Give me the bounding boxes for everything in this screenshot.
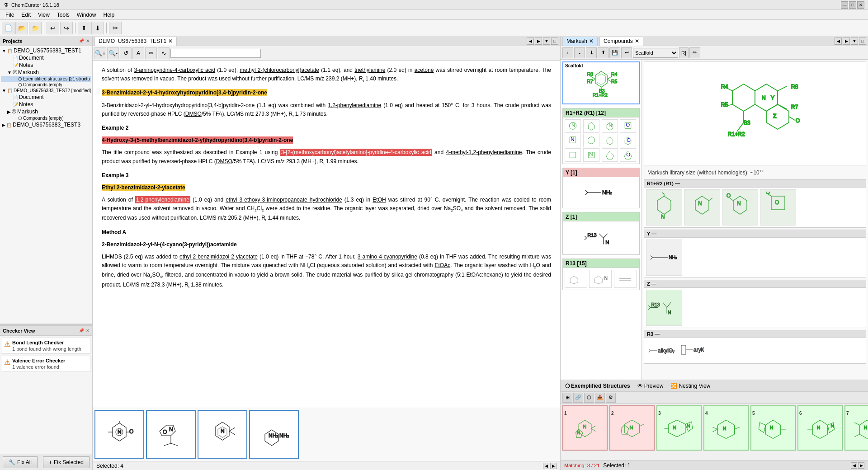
settings-exemplified-btn[interactable]: ⚙ bbox=[606, 393, 616, 403]
exemplified-mol-5[interactable]: 5 N bbox=[750, 405, 796, 451]
markush-tab-close[interactable]: ✕ bbox=[589, 38, 594, 44]
down-arrow-btn[interactable]: ⬇ bbox=[586, 47, 597, 58]
mol-thumb-2[interactable]: N O bbox=[146, 410, 196, 459]
exemplified-tab[interactable]: ⬡ Exemplified Structures bbox=[563, 382, 632, 390]
settings-button[interactable]: ✂ bbox=[109, 22, 122, 34]
checker-pin[interactable]: 📌 bbox=[79, 328, 84, 333]
select-button[interactable]: A bbox=[132, 47, 144, 59]
compounds-tab-close[interactable]: ✕ bbox=[635, 38, 639, 44]
rgroup-mol-item[interactable]: O bbox=[620, 134, 636, 147]
edit-markush-btn[interactable]: ✏ bbox=[689, 47, 700, 58]
doc-nav-left[interactable]: ◀ bbox=[527, 38, 534, 45]
doc-nav-down[interactable]: ▼ bbox=[543, 38, 550, 45]
projects-close[interactable]: ✕ bbox=[86, 38, 90, 43]
exemplified-mol-2[interactable]: 2 N bbox=[609, 405, 655, 451]
tree-item-doc1[interactable]: 📄 Document bbox=[1, 54, 91, 61]
scaffold-select[interactable]: Scaffold bbox=[633, 48, 678, 58]
export-button[interactable]: ⬆ bbox=[78, 22, 90, 34]
y-right-mol[interactable]: NH₂ bbox=[646, 240, 682, 276]
match-btn[interactable]: 🔗 bbox=[573, 393, 583, 403]
new-button[interactable]: 📄 bbox=[2, 22, 14, 34]
zoom-in-btn[interactable]: + bbox=[562, 47, 573, 58]
markush-tab[interactable]: Markush ✕ bbox=[562, 37, 598, 46]
maximize-button[interactable]: □ bbox=[849, 1, 856, 9]
doc-search-input[interactable] bbox=[170, 49, 261, 58]
rgroup-mol-item[interactable]: N bbox=[602, 119, 618, 133]
doc-nav-maximize[interactable]: □ bbox=[551, 38, 558, 45]
title-bar-controls[interactable]: — □ ✕ bbox=[841, 1, 864, 9]
nesting-tab[interactable]: 🔀 Nesting View bbox=[669, 382, 712, 390]
r1r2-mol-4[interactable]: O O bbox=[760, 189, 796, 226]
checker-item-valence[interactable]: ⚠ Valence Error Checker 1 valence error … bbox=[2, 356, 90, 372]
open-folder-button[interactable]: 📁 bbox=[29, 22, 42, 34]
rgroup-mol-item[interactable] bbox=[583, 134, 599, 147]
exemplified-mol-1[interactable]: 1 N N bbox=[562, 405, 608, 451]
rgroup-mol-item[interactable]: N bbox=[565, 119, 581, 133]
projects-tree[interactable]: ▼ 📋 DEMO_US6756383_TEST1 📄 Document 📝 No… bbox=[0, 46, 92, 324]
exemplified-mol-4[interactable]: 4 N bbox=[703, 405, 749, 451]
r-group-btn[interactable]: R| bbox=[679, 47, 689, 58]
preview-tab[interactable]: 👁 Preview bbox=[636, 382, 665, 390]
right-nav-down[interactable]: ▼ bbox=[851, 38, 858, 45]
script-button[interactable]: ∿ bbox=[158, 47, 170, 59]
redo-button[interactable]: ↪ bbox=[60, 22, 73, 34]
structure-btn[interactable]: ⬡ bbox=[584, 393, 594, 403]
rgroup-mol-item[interactable]: N bbox=[589, 270, 612, 288]
exemplified-mol-6[interactable]: 6 N N bbox=[797, 405, 843, 451]
rgroup-mol-item[interactable] bbox=[602, 134, 618, 147]
checker-close[interactable]: ✕ bbox=[86, 328, 90, 333]
rgroup-mol-item[interactable] bbox=[565, 148, 581, 162]
r1r2-mol-3[interactable]: O N bbox=[722, 189, 758, 226]
tree-item-demo2[interactable]: ▼ 📋 DEMO_US6756383_TEST2 [modified] bbox=[1, 88, 91, 94]
right-nav-right[interactable]: ▶ bbox=[843, 38, 850, 45]
menu-view[interactable]: View bbox=[34, 11, 53, 19]
zoom-out-button[interactable]: 🔍- bbox=[107, 47, 119, 59]
export2-button[interactable]: ⬇ bbox=[91, 22, 104, 34]
up-arrow-btn[interactable]: ⬆ bbox=[598, 47, 609, 58]
checker-item-bond[interactable]: ⚠ Bond Length Checker 1 bond found with … bbox=[2, 338, 90, 354]
compounds-tab[interactable]: Compounds ✕ bbox=[599, 37, 643, 46]
undo-btn[interactable]: ↩ bbox=[621, 47, 632, 58]
tree-item-demo3[interactable]: ▶ 📋 DEMO_US6756383_TEST3 bbox=[1, 121, 91, 128]
menu-help[interactable]: Help bbox=[100, 11, 118, 19]
close-button[interactable]: ✕ bbox=[857, 1, 864, 9]
tree-item-markush2[interactable]: ▶ Ⓜ Markush bbox=[1, 108, 91, 115]
zoom-out-btn[interactable]: - bbox=[574, 47, 585, 58]
r1r2-mol-1[interactable]: N bbox=[646, 189, 682, 226]
ex-scroll-left[interactable]: ◀ bbox=[851, 462, 857, 469]
exemplified-mol-3[interactable]: 3 N N bbox=[656, 405, 702, 451]
export-exemplified-btn[interactable]: 📤 bbox=[595, 393, 605, 403]
mol-thumb-4[interactable]: NH₂ NH₂ bbox=[249, 410, 299, 459]
zoom-in-button[interactable]: 🔍+ bbox=[94, 47, 106, 59]
tree-item-markush1[interactable]: ▼ Ⓜ Markush bbox=[1, 69, 91, 76]
minimize-button[interactable]: — bbox=[841, 1, 848, 9]
menu-tools[interactable]: Tools bbox=[53, 11, 73, 19]
doc-nav-right[interactable]: ▶ bbox=[535, 38, 542, 45]
refresh-button[interactable]: ↺ bbox=[120, 47, 132, 59]
menu-window[interactable]: Window bbox=[73, 11, 100, 19]
r1r2-mol-2[interactable]: N bbox=[684, 189, 720, 226]
rgroup-mol-item[interactable]: N bbox=[565, 134, 581, 147]
rgroup-mol-item[interactable] bbox=[602, 148, 618, 162]
tree-item-comp1[interactable]: ⬡ Compounds [empty] bbox=[1, 82, 91, 88]
mol-thumb-3[interactable]: N bbox=[198, 410, 247, 459]
rgroup-mol-item[interactable] bbox=[565, 270, 587, 288]
menu-edit[interactable]: Edit bbox=[18, 11, 34, 19]
mol-thumb-1[interactable]: N O bbox=[94, 410, 144, 459]
rgroup-mol-item[interactable] bbox=[583, 119, 599, 133]
tree-item-notes2[interactable]: 📝 Notes bbox=[1, 101, 91, 108]
projects-pin[interactable]: 📌 bbox=[79, 38, 84, 43]
rgroup-mol-item[interactable]: O bbox=[620, 148, 636, 162]
ex-scroll-right[interactable]: ▶ bbox=[858, 462, 864, 469]
scroll-left-btn[interactable]: ◀ bbox=[543, 463, 549, 469]
tree-item-comp2[interactable]: ⬡ Compounds [empty] bbox=[1, 115, 91, 121]
right-nav-maximize[interactable]: □ bbox=[859, 38, 866, 45]
tree-item-exstruct1[interactable]: ⬡ Exemplified structures [21 structu bbox=[1, 76, 91, 82]
doc-tab-close[interactable]: ✕ bbox=[168, 38, 173, 44]
rgroup-mol-item[interactable] bbox=[614, 270, 637, 288]
save-btn[interactable]: 💾 bbox=[609, 47, 620, 58]
edit-button[interactable]: ✏ bbox=[145, 47, 157, 59]
fix-all-button[interactable]: 🔧 Fix All bbox=[3, 456, 38, 468]
scroll-right-btn[interactable]: ▶ bbox=[550, 463, 557, 469]
undo-button[interactable]: ↩ bbox=[47, 22, 59, 34]
